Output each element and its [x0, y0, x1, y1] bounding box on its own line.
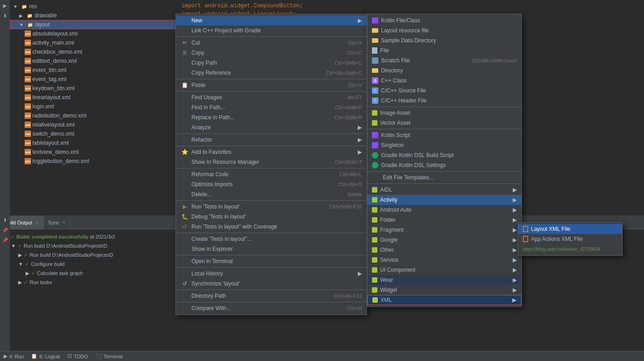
tab-build-close[interactable]: ✕	[35, 220, 39, 225]
menu-item-wear[interactable]: Wear ▶	[367, 275, 521, 285]
menu-item-copy[interactable]: ⎘ Copy Ctrl+C	[176, 48, 366, 58]
menu-item-new[interactable]: New ▶	[176, 15, 366, 25]
tree-item-event-btn[interactable]: xml event_btn.xml	[10, 66, 188, 75]
menu-item-copy-ref[interactable]: Copy Reference Ctrl+Alt+Shift+C	[176, 68, 366, 78]
tree-item-absolutelayout[interactable]: xml absolutelayout.xml	[10, 29, 188, 38]
tree-item-radiobutton[interactable]: xml radiobutton_demo.xml	[10, 111, 188, 120]
menu-item-find-usages[interactable]: Find Usages Alt+F7	[176, 92, 366, 102]
menu-item-gradle-settings[interactable]: Gradle Kotlin DSL Settings	[367, 160, 521, 170]
tab-sync[interactable]: Sync ✕	[44, 216, 71, 229]
menu-item-show-explorer[interactable]: Show in Explorer	[176, 244, 366, 254]
menu-item-folder[interactable]: Folder ▶	[367, 215, 521, 225]
status-terminal[interactable]: ⬛ Terminal	[95, 353, 123, 359]
menu-item-gradle-build[interactable]: Gradle Kotlin DSL Build Script	[367, 150, 521, 160]
menu-item-copy-path[interactable]: Copy Path Ctrl+Shift+C	[176, 58, 366, 68]
menu-item-dir-path[interactable]: Directory Path Ctrl+Alt+F12	[176, 291, 366, 301]
tree-item-edittext[interactable]: xml edittext_demo.xml	[10, 56, 188, 66]
menu-item-local-history[interactable]: Local History ▶	[176, 269, 366, 279]
status-todo[interactable]: ☑ TODO	[67, 353, 88, 359]
tree-item-activity-main[interactable]: xml activity_main.xml	[10, 38, 188, 47]
menu-item-google[interactable]: Google ▶	[367, 235, 521, 245]
menu-item-link-cpp[interactable]: Link C++ Project with Gradle	[176, 25, 366, 36]
tree-item-relative[interactable]: xml relativelayout.xml	[10, 120, 188, 129]
menu-item-aidl[interactable]: AIDL ▶	[367, 185, 521, 195]
menu-item-file[interactable]: File	[367, 46, 521, 56]
menu-item-compare[interactable]: Compare With... Ctrl+D	[176, 303, 366, 313]
menu-item-delete[interactable]: Delete... Delete	[176, 189, 366, 199]
menu-item-optimize[interactable]: Optimize Imports Ctrl+Alt+O	[176, 179, 366, 189]
menu-item-service[interactable]: Service ▶	[367, 255, 521, 265]
menu-item-resource-manager[interactable]: Show In Resource Manager Ctrl+Shift+T	[176, 157, 366, 167]
status-run[interactable]: ▶ 4: Run	[4, 353, 24, 359]
menu-item-run-tests[interactable]: ▶ Run 'Tests in layout' Ctrl+Shift+F10	[176, 202, 366, 212]
tree-item-res[interactable]: ▼ 📁 res	[10, 2, 188, 11]
menu-item-activity[interactable]: Activity ▶	[367, 195, 521, 205]
tab-sync-close[interactable]: ✕	[62, 220, 66, 225]
menu-item-favorites[interactable]: ⭐ Add to Favorites ▶	[176, 147, 366, 157]
tree-item-togglebutton[interactable]: xml togglebutton_demo.xml	[10, 157, 188, 166]
bottom-icon-3[interactable]: 📌	[1, 236, 9, 244]
menu-item-directory[interactable]: Directory	[367, 66, 521, 76]
menu-item-debug-tests[interactable]: 🐛 Debug 'Tests in layout'	[176, 212, 366, 222]
menu-item-other[interactable]: Other ▶	[367, 245, 521, 255]
tree-item-login[interactable]: xml login.xml	[10, 102, 188, 111]
optimize-shortcut: Ctrl+Alt+O	[330, 182, 362, 187]
tree-item-checkbox[interactable]: xml checkbox_demo.xml	[10, 47, 188, 56]
copy-ref-shortcut: Ctrl+Alt+Shift+C	[317, 70, 362, 76]
check-3: ✓	[24, 251, 28, 259]
tree-item-table[interactable]: xml tablelayout.xml	[10, 138, 188, 147]
sidebar-icon-1[interactable]: ▶	[1, 2, 9, 9]
tree-item-keydown[interactable]: xml keydown_btn.xml	[10, 84, 188, 93]
menu-item-image-asset[interactable]: Image Asset	[367, 108, 521, 118]
menu-item-cpp-class[interactable]: S C++ Class	[367, 76, 521, 86]
menu-label-kotlin-script: Kotlin Script	[381, 132, 410, 138]
menu-item-replace-path[interactable]: Replace in Path... Ctrl+Shift+R	[176, 112, 366, 122]
bottom-icon-2[interactable]: 📌	[1, 226, 9, 234]
menu-item-widget[interactable]: Widget ▶	[367, 285, 521, 295]
menu-item-sample-data[interactable]: Sample Data Directory	[367, 36, 521, 46]
menu-item-xml[interactable]: XML ▶	[367, 295, 521, 305]
menu-item-sync[interactable]: ↺ Synchronize 'layout'	[176, 279, 366, 289]
tree-label-absolutelayout: absolutelayout.xml	[32, 31, 77, 37]
sidebar-icon-2[interactable]: ⬇	[1, 12, 9, 19]
menu-item-kotlin-script[interactable]: Kotlin Script	[367, 130, 521, 140]
menu-item-layout-xml[interactable]: Layout XML File	[518, 224, 622, 234]
bottom-left-panel: ⬆ 📌 📌	[0, 214, 10, 351]
tree-item-linear[interactable]: xml linearlayout.xml	[10, 93, 188, 102]
menu-item-terminal[interactable]: Open in Terminal	[176, 256, 366, 266]
menu-item-reformat[interactable]: Reformat Code Ctrl+Alt+L	[176, 169, 366, 179]
menu-item-vector-asset[interactable]: Vector Asset	[367, 118, 521, 128]
menu-item-scratch[interactable]: Scratch File Ctrl+Alt+Shift+Insert	[367, 56, 521, 66]
menu-label-new: New	[191, 17, 202, 24]
menu-item-singleton[interactable]: Singleton	[367, 140, 521, 150]
tree-item-drawable[interactable]: ▶ 📁 drawable	[10, 11, 188, 20]
menu-item-layout-resource[interactable]: Layout resource file	[367, 25, 521, 36]
tree-item-switch[interactable]: xml switch_demo.xml	[10, 129, 188, 138]
menu-item-run-coverage[interactable]: ↺ Run 'Tests in layout'' with Coverage	[176, 222, 366, 232]
menu-item-find-in-path[interactable]: Find in Path... Ctrl+Shift+F	[176, 102, 366, 112]
menu-item-edit-templates[interactable]: Edit File Templates...	[367, 173, 521, 183]
bottom-icon-1[interactable]: ⬆	[1, 216, 9, 224]
android-icon-widget	[372, 287, 377, 293]
menu-item-refactor[interactable]: Refactor ▶	[176, 135, 366, 145]
menu-item-app-actions[interactable]: App Actions XML File	[518, 234, 622, 244]
tree-label-activity-main: activity_main.xml	[32, 40, 74, 46]
tree-item-layout[interactable]: ▼ 📁 layout	[10, 20, 188, 29]
menu-item-url[interactable]: https://blog.csdn.net/weixin_42768634	[518, 244, 622, 254]
code-line-1: import android.widget.CompoundButton;	[181, 2, 640, 10]
menu-item-cpp-source[interactable]: C C/C++ Source File	[367, 86, 521, 96]
menu-item-ui-component[interactable]: UI Component ▶	[367, 265, 521, 275]
menu-item-android-auto[interactable]: Android Auto ▶	[367, 205, 521, 215]
menu-item-paste[interactable]: 📋 Paste Ctrl+V	[176, 80, 366, 90]
menu-item-kotlin-class[interactable]: Kotlin File/Class	[367, 15, 521, 25]
menu-item-cut[interactable]: ✂ Cut Ctrl+X	[176, 38, 366, 48]
menu-item-create-tests[interactable]: Create 'Tests in layout''...	[176, 234, 366, 244]
status-logcat[interactable]: 📋 6: Logcat	[31, 353, 60, 359]
check-4: ✓	[25, 260, 29, 268]
tree-item-event-tag[interactable]: xml event_tag.xml	[10, 75, 188, 84]
tree-item-textview[interactable]: xml textview_demo.xml	[10, 147, 188, 157]
menu-item-cpp-header[interactable]: C C/C++ Header File	[367, 96, 521, 106]
dir-shortcut: Ctrl+Alt+F12	[325, 293, 362, 299]
menu-item-analyze[interactable]: Analyze ▶	[176, 122, 366, 132]
menu-item-fragment[interactable]: Fragment ▶	[367, 225, 521, 235]
